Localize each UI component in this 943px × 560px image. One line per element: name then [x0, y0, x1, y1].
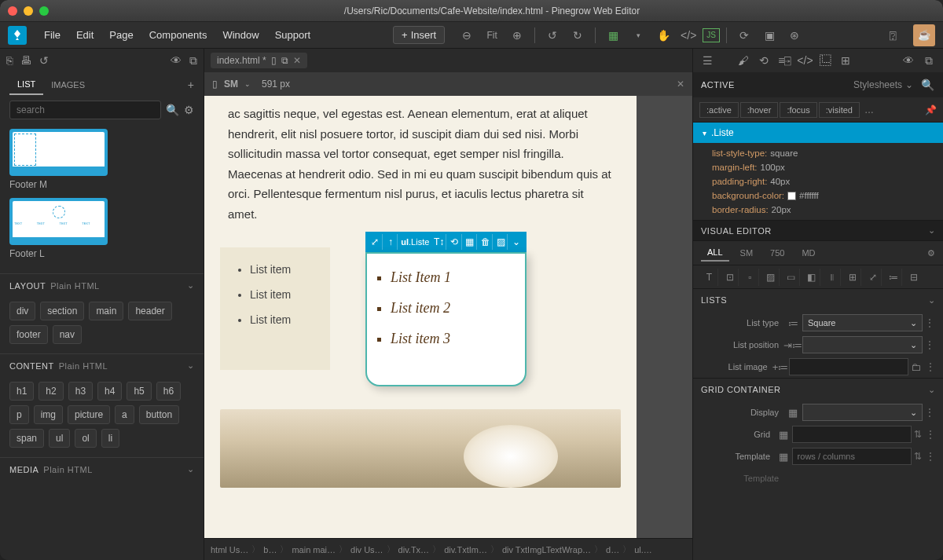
undo-icon[interactable]: ↺: [541, 24, 563, 46]
insert-button[interactable]: +Insert: [393, 26, 445, 44]
list-item[interactable]: List item: [250, 263, 314, 276]
stepper-icon[interactable]: ⇅: [912, 429, 924, 440]
tag-item-nav[interactable]: nav: [53, 325, 82, 344]
prop-more-icon[interactable]: ⋮: [923, 407, 937, 418]
code-icon[interactable]: </>: [797, 54, 813, 67]
tag-item-a[interactable]: a: [115, 405, 134, 424]
help-icon[interactable]: ⍰: [882, 24, 904, 46]
globe-icon[interactable]: ⊛: [783, 24, 805, 46]
tag-item-span[interactable]: span: [9, 429, 44, 448]
left-tab-images[interactable]: IMAGES: [43, 75, 93, 94]
lists-section-head[interactable]: LISTS⌄: [693, 288, 943, 312]
copy-icon[interactable]: ⧉: [921, 54, 937, 68]
ve-more-icon[interactable]: ⊟: [905, 269, 923, 286]
breadcrumb-item[interactable]: b…: [263, 545, 277, 555]
css-rule[interactable]: background-color:#ffffff: [712, 188, 935, 203]
panel-copy-icon[interactable]: ⧉: [189, 54, 197, 68]
visual-editor-head[interactable]: VISUAL EDITOR⌄: [693, 220, 943, 241]
thumbnail-footer-l[interactable]: TEXTTEXTTEXTTEXT: [9, 198, 108, 245]
js-tool-icon[interactable]: JS: [703, 28, 720, 42]
tag-item-div[interactable]: div: [9, 302, 35, 320]
search-input[interactable]: [9, 101, 161, 119]
template-input[interactable]: [792, 448, 912, 465]
list-position-select[interactable]: ⌄: [802, 336, 923, 353]
close-tab-icon[interactable]: ✕: [293, 55, 301, 66]
css-rule[interactable]: padding-right:40px: [712, 174, 935, 188]
ve-grid-icon[interactable]: ⊞: [844, 269, 861, 286]
device-toggle-icon[interactable]: ▯: [212, 79, 218, 90]
panel-layout-icon[interactable]: ⎘: [6, 54, 13, 67]
menu-page[interactable]: Page: [103, 26, 139, 44]
settings-icon[interactable]: ☰: [699, 54, 715, 67]
list-type-icon[interactable]: ≔: [783, 317, 802, 329]
selector-head[interactable]: ▾ .Liste: [693, 123, 943, 143]
plain-list-block[interactable]: List itemList itemList item: [220, 247, 330, 370]
grid-prop-icon[interactable]: ▦: [775, 429, 792, 441]
prop-more-icon[interactable]: ⋮: [924, 451, 937, 462]
device-icon[interactable]: ▯: [271, 55, 277, 66]
tag-item-h6[interactable]: h6: [156, 382, 181, 401]
ve-box-icon[interactable]: ⊡: [721, 269, 739, 286]
photo-block[interactable]: [220, 409, 621, 488]
tag-item-main[interactable]: main: [89, 302, 123, 320]
grid-section-head[interactable]: GRID CONTAINER⌄: [693, 378, 943, 401]
move-handle-icon[interactable]: ⤢: [369, 234, 383, 250]
prop-more-icon[interactable]: ⋮: [923, 317, 937, 328]
minimize-window-button[interactable]: [24, 6, 33, 16]
grid-tool-icon[interactable]: ▦: [602, 24, 624, 46]
tag-item-ul[interactable]: ul: [49, 429, 70, 448]
coffee-icon[interactable]: ☕: [913, 24, 935, 46]
plugin-icon[interactable]: ⊞: [838, 54, 853, 67]
tag-item-li[interactable]: li: [101, 429, 119, 448]
breadcrumb-item[interactable]: div.TxtIm…: [444, 545, 487, 555]
pseudo-visited[interactable]: :visited: [819, 102, 860, 118]
viewport-close-icon[interactable]: ✕: [677, 79, 684, 90]
list-item[interactable]: List item 2: [391, 300, 509, 317]
preview-icon[interactable]: ▣: [758, 24, 780, 46]
tag-item-header[interactable]: header: [128, 302, 171, 320]
hand-tool-icon[interactable]: ✋: [652, 24, 674, 46]
breakpoint-dropdown-icon[interactable]: ⌄: [244, 80, 251, 88]
panel-print-icon[interactable]: 🖶: [20, 54, 31, 67]
menu-window[interactable]: Window: [216, 26, 265, 44]
breakpoint-750[interactable]: 750: [764, 245, 791, 261]
tag-item-p[interactable]: p: [9, 405, 29, 424]
grid-input[interactable]: [792, 426, 912, 443]
brush-icon[interactable]: 🖌: [736, 54, 751, 67]
lorem-text[interactable]: ac sagittis neque, vel egestas est. Aene…: [204, 96, 637, 240]
add-tab-icon[interactable]: +: [188, 79, 194, 91]
eye-icon[interactable]: 👁: [901, 54, 916, 67]
ve-hatch-icon[interactable]: ▨: [762, 269, 780, 286]
menu-file[interactable]: File: [38, 26, 67, 44]
accordion-media[interactable]: MEDIAPlain HTML⌄: [0, 457, 204, 481]
breadcrumb-item[interactable]: d…: [606, 545, 619, 555]
tag-item-picture[interactable]: picture: [68, 405, 110, 424]
breadcrumb-item[interactable]: div Us…: [350, 545, 383, 555]
components-icon[interactable]: ⿺: [817, 54, 833, 67]
breakpoint-label[interactable]: SM: [224, 79, 238, 90]
pin-icon[interactable]: 📌: [925, 104, 937, 115]
display-select[interactable]: ⌄: [802, 404, 923, 421]
grid-dropdown-icon[interactable]: ▾: [627, 24, 649, 46]
stepper-icon[interactable]: ⇅: [912, 451, 924, 462]
css-rule[interactable]: list-style-type:square: [712, 146, 935, 160]
maximize-window-button[interactable]: [39, 6, 49, 16]
list-image-input[interactable]: [789, 358, 908, 375]
accordion-content[interactable]: CONTENTPlain HTML⌄: [0, 353, 204, 377]
panel-undo-icon[interactable]: ↺: [39, 54, 49, 67]
text-edit-icon[interactable]: T↕: [432, 234, 446, 250]
pseudo-focus[interactable]: :focus: [780, 102, 816, 118]
prop-more-icon[interactable]: ⋮: [924, 361, 937, 372]
search-styles-icon[interactable]: 🔍: [919, 79, 935, 91]
ve-eraser-icon[interactable]: ◧: [803, 269, 820, 286]
pseudo-hover[interactable]: :hover: [740, 102, 779, 118]
breakpoint-settings-icon[interactable]: ⚙: [927, 248, 935, 258]
template-icon[interactable]: ▦: [775, 451, 792, 463]
tag-item-h5[interactable]: h5: [127, 382, 151, 401]
more-dropdown-icon[interactable]: ⌄: [509, 234, 523, 250]
window-icon[interactable]: ⧉: [281, 55, 288, 66]
redo-icon[interactable]: ↻: [567, 24, 589, 46]
stylesheets-dropdown[interactable]: Stylesheets ⌄: [853, 79, 913, 90]
panel-visibility-icon[interactable]: 👁: [171, 54, 182, 67]
tag-item-h1[interactable]: h1: [9, 382, 34, 401]
